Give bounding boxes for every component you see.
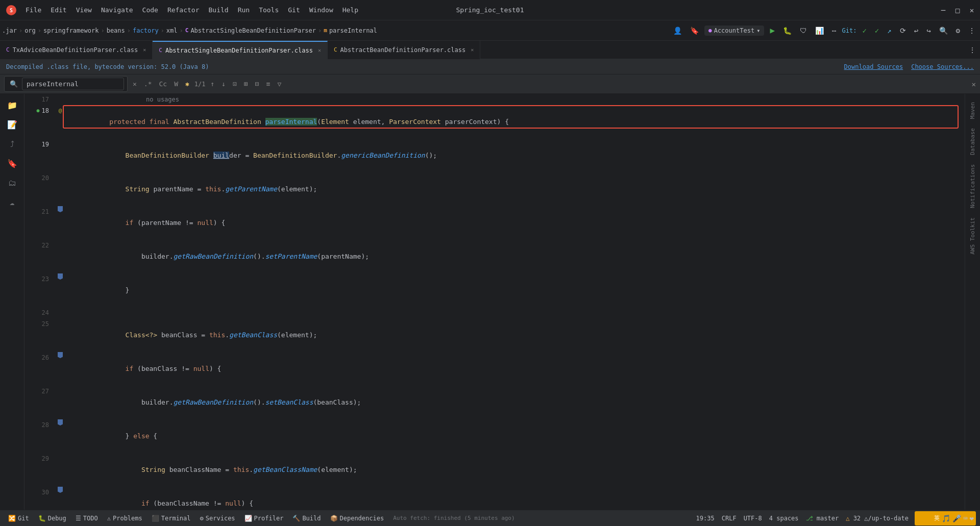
sidebar-aws-toolkit[interactable]: AWS Toolkit: [969, 213, 976, 259]
tab-close-abstractbean[interactable]: ✕: [471, 47, 474, 53]
breadcrumb-springframework[interactable]: springframework: [43, 27, 99, 34]
search-filter2-button[interactable]: ▽: [275, 79, 283, 89]
sidebar-maven[interactable]: Maven: [969, 98, 976, 123]
search-filter-button[interactable]: ⊞: [242, 79, 250, 89]
code-line-20: 20 String parentName = this.getParentNam…: [24, 172, 965, 206]
search-close-button[interactable]: ✕: [972, 80, 976, 88]
tab-close-abstractsingle[interactable]: ✕: [318, 47, 321, 53]
tabs-bar: C TxAdviceBeanDefinitionParser.class ✕ C…: [0, 41, 980, 59]
sync-status-indicator[interactable]: △ 32 △/up-to-date: [843, 513, 912, 523]
close-button[interactable]: ✕: [968, 6, 976, 14]
git-fetch-icon[interactable]: ⟳: [897, 25, 909, 36]
minimize-button[interactable]: ─: [939, 6, 947, 14]
search-options-button[interactable]: ⊟: [253, 79, 261, 89]
search-next-button[interactable]: ↓: [219, 79, 228, 89]
indent-indicator[interactable]: 4 spaces: [766, 513, 802, 523]
menu-tools[interactable]: Tools: [255, 4, 283, 16]
sidebar-bookmarks[interactable]: 🔖: [3, 154, 21, 172]
more-run-options[interactable]: ⋯: [829, 25, 839, 36]
bookmark-toolbar-icon[interactable]: 🔖: [688, 25, 701, 36]
download-sources-link[interactable]: Download Sources: [844, 63, 903, 70]
undo-button[interactable]: ↩: [912, 25, 921, 36]
sidebar-aws[interactable]: ☁: [3, 193, 21, 211]
search-word-button[interactable]: W: [172, 79, 180, 89]
breadcrumb-class[interactable]: AbstractSingleBeanDefinitionParser: [190, 27, 316, 34]
git-check-icon[interactable]: ✓: [860, 25, 869, 36]
breadcrumb-xml[interactable]: xml: [166, 27, 178, 34]
menu-help[interactable]: Help: [338, 4, 362, 16]
menu-run[interactable]: Run: [234, 4, 254, 16]
choose-sources-link[interactable]: Choose Sources...: [911, 63, 974, 70]
coverage-button[interactable]: 🛡: [797, 25, 810, 36]
sidebar-pullrequest[interactable]: ⤴: [3, 135, 21, 153]
settings-button[interactable]: ⚙: [953, 25, 963, 36]
tab-abstractsingle[interactable]: C AbstractSingleBeanDefinitionParser.cla…: [153, 41, 328, 59]
menu-refactor[interactable]: Refactor: [163, 4, 204, 16]
tab-txadvice[interactable]: C TxAdviceBeanDefinitionParser.class ✕: [0, 41, 153, 59]
debug-button[interactable]: 🐛: [780, 25, 794, 36]
dependencies-status-btn[interactable]: 📦 Dependencies: [326, 513, 388, 523]
git-status-btn[interactable]: 🔀 Git: [4, 513, 33, 523]
breadcrumb-org[interactable]: org: [24, 27, 36, 34]
more-button[interactable]: ⋮: [966, 25, 978, 36]
menu-window[interactable]: Window: [305, 4, 337, 16]
terminal-status-btn[interactable]: ⬛ Terminal: [148, 513, 195, 523]
services-status-btn[interactable]: ⚙ Services: [196, 513, 239, 523]
maximize-button[interactable]: □: [953, 6, 962, 14]
menu-code[interactable]: Code: [138, 4, 162, 16]
git-check2-icon[interactable]: ✓: [872, 25, 881, 36]
search-highlight-button[interactable]: ✱: [183, 79, 191, 89]
branch-indicator[interactable]: ⎇ master: [803, 513, 842, 523]
search-toolbar-button[interactable]: 🔍: [937, 25, 950, 36]
git-push-icon[interactable]: ↗: [885, 25, 894, 36]
profile-button[interactable]: 📊: [813, 25, 826, 36]
tab-icon-txadvice: C: [6, 46, 10, 53]
breadcrumb-jar[interactable]: .jar: [2, 27, 17, 34]
sidebar-database[interactable]: Database: [969, 124, 976, 159]
tab-overflow-button[interactable]: ⋮: [965, 46, 980, 54]
search-input[interactable]: [22, 78, 124, 90]
todo-status-btn[interactable]: ☰ TODO: [71, 513, 102, 523]
editor-area[interactable]: 17 no usages ● 18 @ protected final Abst…: [24, 94, 965, 510]
search-expand-button[interactable]: ⊡: [231, 79, 239, 89]
menu-navigate[interactable]: Navigate: [97, 4, 137, 16]
menu-file[interactable]: File: [21, 4, 45, 16]
breadcrumb-method[interactable]: parseInternal: [329, 27, 377, 34]
redo-button[interactable]: ↪: [924, 25, 933, 36]
search-regex-button[interactable]: .*: [142, 79, 154, 89]
search-prev-button[interactable]: ↑: [208, 79, 216, 89]
breadcrumb: .jar › org › springframework › beans › f…: [2, 27, 669, 34]
run-button[interactable]: ▶: [767, 24, 777, 37]
sidebar-structure[interactable]: 🗂: [3, 173, 21, 192]
menu-build[interactable]: Build: [205, 4, 233, 16]
toolbar-actions: 👤 🔖 ● AccountTest ▾ ▶ 🐛 🛡 📊 ⋯ Git: ✓ ✓ ↗…: [671, 24, 978, 37]
right-sidebar: Maven Database Notifications AWS Toolkit: [965, 94, 980, 510]
sidebar-commit[interactable]: 📝: [3, 115, 21, 134]
profiler-status-btn[interactable]: 📈 Profiler: [240, 513, 288, 523]
left-sidebar: 📁 📝 ⤴ 🔖 🗂 ☁: [0, 94, 24, 510]
debug-status-btn[interactable]: 🐛 Debug: [34, 513, 70, 523]
breadcrumb-factory[interactable]: factory: [133, 27, 159, 34]
line-ending-indicator[interactable]: CRLF: [719, 513, 740, 523]
tab-abstractbean[interactable]: C AbstractBeanDefinitionParser.class ✕: [328, 41, 480, 59]
run-config-selector[interactable]: ● AccountTest ▾: [704, 26, 764, 36]
annotation-icon-18: @: [59, 105, 62, 116]
problems-status-btn[interactable]: ⚠ Problems: [103, 513, 146, 523]
avatar-icon[interactable]: 👤: [671, 25, 684, 36]
breadcrumb-beans[interactable]: beans: [107, 27, 125, 34]
menu-view[interactable]: View: [72, 4, 96, 16]
build-status-btn[interactable]: 🔨 Build: [288, 513, 325, 523]
window-controls: ─ □ ✕: [939, 6, 976, 14]
position-indicator[interactable]: 19:35: [693, 513, 718, 523]
search-case-button[interactable]: Cc: [157, 79, 169, 89]
git-status-icon: 🔀: [8, 515, 16, 522]
menu-git[interactable]: Git: [284, 4, 304, 16]
search-scope-button[interactable]: ≡: [264, 79, 273, 89]
sidebar-notifications[interactable]: Notifications: [969, 160, 976, 212]
encoding-indicator[interactable]: UTF-8: [741, 513, 765, 523]
sidebar-project[interactable]: 📁: [3, 96, 21, 114]
tab-close-txadvice[interactable]: ✕: [143, 47, 146, 53]
search-clear-button[interactable]: ✕: [131, 79, 139, 89]
code-line-21: 21 if (parentName != null) {: [24, 206, 965, 240]
menu-edit[interactable]: Edit: [46, 4, 70, 16]
